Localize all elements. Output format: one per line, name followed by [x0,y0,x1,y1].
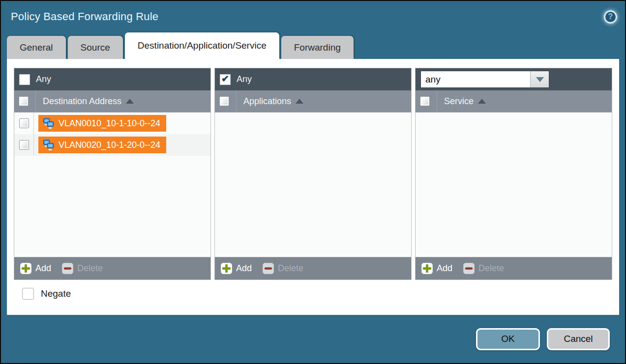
applications-panel: Any Applications Add [214,68,412,280]
destination-column-header[interactable]: Destination Address [14,90,210,112]
service-delete-button[interactable]: Delete [463,263,504,274]
destination-column-label: Destination Address [43,96,121,107]
tab-destination-application-service[interactable]: Destination/Application/Service [125,32,279,59]
row-content: VLAN0020_10-1-20-0--24 [34,137,166,153]
applications-any-checkbox[interactable] [220,74,231,85]
destination-any-label: Any [36,74,51,84]
tab-general[interactable]: General [7,36,66,59]
network-computers-icon [42,139,55,151]
column-separator [236,90,237,112]
tab-bar: General Source Destination/Application/S… [1,32,625,59]
applications-panel-header: Any [215,68,411,90]
applications-list [215,112,411,257]
column-separator [35,90,36,112]
column-separator [437,90,437,112]
add-plus-icon [221,263,232,274]
cancel-button[interactable]: Cancel [547,328,610,350]
applications-add-button[interactable]: Add [221,263,252,274]
row-checkbox[interactable] [19,140,29,150]
address-object-pill: VLAN0010_10-1-10-0--24 [38,115,166,132]
applications-any-label: Any [237,74,252,84]
service-column-header[interactable]: Service [416,90,612,112]
chevron-down-icon [536,77,544,82]
tab-source[interactable]: Source [68,36,123,59]
tab-forwarding[interactable]: Forwarding [281,36,354,59]
delete-minus-icon [463,263,475,274]
address-object-name: VLAN0020_10-1-20-0--24 [59,140,160,150]
service-column-label: Service [444,96,474,107]
row-checkbox[interactable] [19,118,29,128]
sort-ascending-icon [126,99,134,104]
sort-ascending-icon [478,99,486,104]
applications-column-label: Applications [243,96,291,107]
address-object-pill: VLAN0020_10-1-20-0--24 [38,137,166,153]
service-dropdown[interactable]: any [420,71,549,88]
service-list [416,112,612,257]
sort-ascending-icon [296,99,303,104]
tab-content: Any Destination Address [7,59,619,315]
network-computers-icon [42,117,55,130]
address-object-name: VLAN0010_10-1-10-0--24 [59,118,160,129]
service-panel: any Service [415,68,612,280]
delete-minus-icon [62,263,73,274]
negate-row: Negate [14,288,612,300]
policy-based-forwarding-dialog: Policy Based Forwarding Rule ? General S… [0,0,626,364]
negate-checkbox[interactable] [22,288,34,300]
destination-any-checkbox[interactable] [19,74,30,85]
service-add-button[interactable]: Add [421,263,452,274]
destination-panel-header: Any [14,68,210,90]
table-row[interactable]: VLAN0020_10-1-20-0--24 [14,134,210,156]
dialog-footer: OK Cancel [1,315,625,363]
applications-column-header[interactable]: Applications [215,90,411,112]
destination-address-list: VLAN0010_10-1-10-0--24 VLAN0020_10-1-20-… [14,112,210,257]
dialog-titlebar: Policy Based Forwarding Rule ? [1,1,625,32]
destination-panel-footer: Add Delete [14,257,210,280]
service-select-all-checkbox[interactable] [420,96,430,106]
destination-delete-button[interactable]: Delete [62,263,103,274]
service-dropdown-button[interactable] [530,71,549,87]
destination-add-button[interactable]: Add [20,263,51,274]
applications-delete-button[interactable]: Delete [263,263,303,274]
destination-select-all-checkbox[interactable] [19,96,29,106]
service-dropdown-value[interactable]: any [421,71,530,87]
applications-panel-footer: Add Delete [215,257,411,280]
service-panel-footer: Add Delete [416,257,612,280]
row-content: VLAN0010_10-1-10-0--24 [34,115,166,132]
row-checkbox-cell[interactable] [14,134,34,156]
table-row[interactable]: VLAN0010_10-1-10-0--24 [14,112,210,134]
service-panel-header: any [416,68,612,90]
panels-row: Any Destination Address [14,68,612,280]
dialog-title: Policy Based Forwarding Rule [11,10,158,23]
add-plus-icon [20,263,31,274]
ok-button[interactable]: OK [476,328,540,350]
negate-label: Negate [41,288,71,299]
help-icon[interactable]: ? [604,10,617,24]
delete-minus-icon [263,263,274,274]
add-plus-icon [421,263,433,274]
destination-address-panel: Any Destination Address [14,68,211,280]
applications-select-all-checkbox[interactable] [219,96,229,106]
row-checkbox-cell[interactable] [14,112,34,134]
